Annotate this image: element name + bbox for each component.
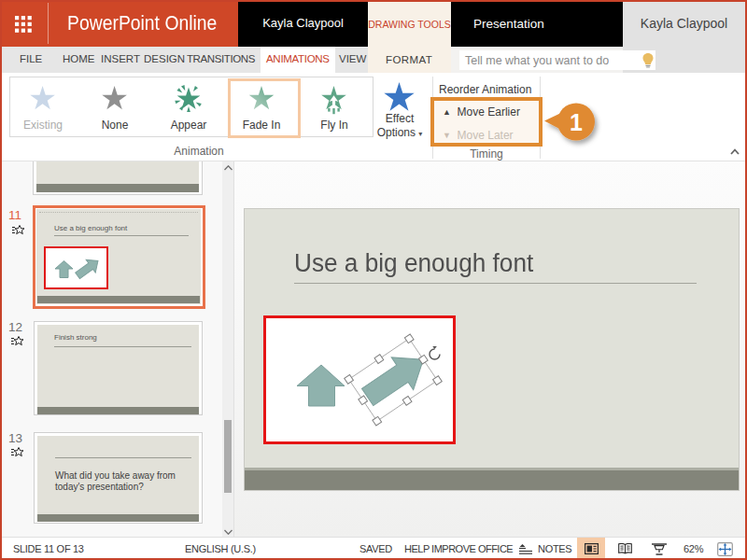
svg-text:1: 1: [570, 109, 583, 135]
